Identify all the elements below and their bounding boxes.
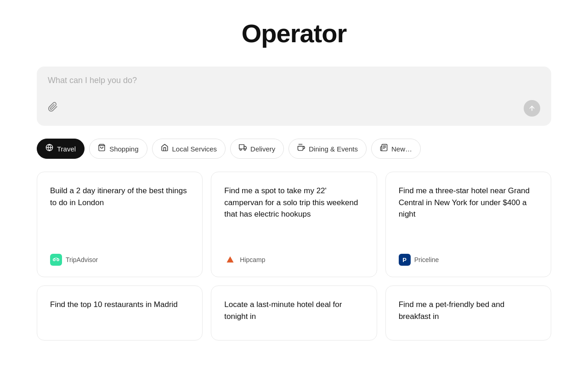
page-title: Operator <box>37 18 551 48</box>
tab-local-services-label: Local Services <box>172 145 217 153</box>
travel-icon <box>45 144 53 154</box>
card-6[interactable]: Find me a pet-friendly bed and breakfast… <box>385 285 551 341</box>
card-1-text: Build a 2 day itinerary of the best thin… <box>50 185 189 241</box>
svg-marker-4 <box>244 146 246 149</box>
card-1[interactable]: Build a 2 day itinerary of the best thin… <box>37 172 203 277</box>
card-2-footer: Hipcamp <box>224 254 363 266</box>
tab-travel[interactable]: Travel <box>37 139 85 159</box>
svg-rect-3 <box>239 145 244 149</box>
svg-point-16 <box>57 259 59 261</box>
attach-icon[interactable] <box>48 102 58 115</box>
cards-grid: Build a 2 day itinerary of the best thin… <box>37 172 551 341</box>
tab-delivery[interactable]: Delivery <box>230 139 284 159</box>
delivery-icon <box>239 144 247 154</box>
card-5[interactable]: Locate a last-minute hotel deal for toni… <box>211 285 377 341</box>
card-4-text: Find the top 10 restaurants in Madrid <box>50 299 189 329</box>
card-3-text: Find me a three-star hotel near Grand Ce… <box>399 185 538 241</box>
tripadvisor-logo <box>50 254 62 266</box>
tab-local-services[interactable]: Local Services <box>152 139 226 159</box>
card-3-brand: Priceline <box>414 256 439 263</box>
shopping-icon <box>98 144 106 154</box>
send-button[interactable] <box>524 100 540 117</box>
page-container: Operator Tra <box>0 0 588 341</box>
svg-point-5 <box>240 149 242 151</box>
svg-point-15 <box>54 259 55 261</box>
svg-marker-17 <box>227 257 234 263</box>
hipcamp-logo <box>224 254 236 266</box>
tabs-row: Travel Shopping Local Services <box>37 139 551 159</box>
card-2-brand: Hipcamp <box>240 256 265 263</box>
card-4[interactable]: Find the top 10 restaurants in Madrid <box>37 285 203 341</box>
card-6-text: Find me a pet-friendly bed and breakfast… <box>399 299 538 329</box>
svg-point-6 <box>244 149 246 151</box>
tab-shopping-label: Shopping <box>109 145 138 153</box>
card-5-text: Locate a last-minute hotel deal for toni… <box>224 299 363 329</box>
tab-delivery-label: Delivery <box>250 145 275 153</box>
card-2[interactable]: Find me a spot to take my 22' campervan … <box>211 172 377 277</box>
tab-travel-label: Travel <box>57 145 76 153</box>
card-3[interactable]: Find me a three-star hotel near Grand Ce… <box>385 172 551 277</box>
card-1-brand: TripAdvisor <box>66 256 98 263</box>
search-box <box>37 67 551 126</box>
priceline-logo: P <box>399 254 411 266</box>
search-bottom-row <box>48 100 540 117</box>
card-3-footer: P Priceline <box>399 254 538 266</box>
search-input[interactable] <box>48 76 540 100</box>
dining-icon <box>297 144 305 154</box>
card-1-footer: TripAdvisor <box>50 254 189 266</box>
card-2-text: Find me a spot to take my 22' campervan … <box>224 185 363 241</box>
local-services-icon <box>161 144 169 154</box>
tab-dining-events[interactable]: Dining & Events <box>288 139 367 159</box>
tab-dining-events-label: Dining & Events <box>309 145 358 153</box>
tab-shopping[interactable]: Shopping <box>89 139 147 159</box>
news-icon <box>380 144 388 154</box>
tab-news-label: New… <box>391 145 412 153</box>
tab-news[interactable]: New… <box>371 139 421 159</box>
